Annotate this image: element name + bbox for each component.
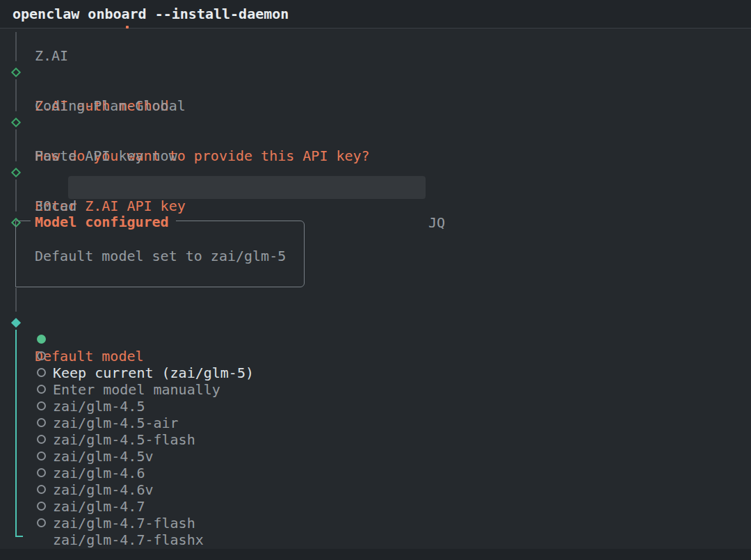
radio-icon bbox=[37, 435, 46, 444]
api-key-prefix: 30cad bbox=[35, 198, 76, 214]
step-auth-method: Z.AI auth method bbox=[0, 64, 17, 81]
step-provide-key: How do you want to provide this API key? bbox=[0, 114, 17, 131]
radio-icon bbox=[37, 418, 46, 427]
step-done-diamond-icon bbox=[11, 118, 21, 127]
tree-rail bbox=[15, 179, 17, 211]
model-option[interactable]: zai/glm-5 bbox=[0, 515, 33, 531]
radio-icon bbox=[37, 401, 46, 410]
model-option-label: zai/glm-4.6v bbox=[53, 481, 154, 498]
model-option-label: zai/glm-4.7-flashx bbox=[53, 531, 204, 548]
model-option-label: Keep current (zai/glm-5) bbox=[53, 365, 254, 381]
model-option-label: zai/glm-4.7-flash bbox=[53, 515, 195, 531]
radio-icon bbox=[37, 502, 46, 511]
radio-icon bbox=[37, 351, 46, 360]
prompt-question: Default model bbox=[35, 348, 144, 365]
model-option[interactable]: zai/glm-4.5v bbox=[0, 415, 33, 431]
scrolled-text-artifact bbox=[126, 26, 129, 29]
model-option[interactable]: zai/glm-4.6v bbox=[0, 448, 33, 465]
radio-icon bbox=[37, 451, 46, 461]
note-title: Model configured bbox=[31, 213, 176, 231]
window-title: openclaw onboard --install-daemon bbox=[13, 0, 289, 28]
tree-rail bbox=[15, 32, 17, 61]
step-answer: Coding-Plan-Global bbox=[35, 97, 186, 114]
api-key-redaction-box bbox=[68, 176, 426, 199]
step-enter-key: Enter Z.AI API key bbox=[0, 164, 17, 181]
radio-icon bbox=[37, 335, 46, 344]
previous-answer-line: Z.AI bbox=[0, 31, 17, 47]
model-option-label: zai/glm-4.7 bbox=[53, 498, 145, 515]
note-body: Default model set to zai/glm-5 bbox=[35, 248, 286, 264]
radio-icon bbox=[37, 368, 46, 377]
step-answer: Paste API key now bbox=[35, 147, 177, 164]
model-option-label: zai/glm-4.6 bbox=[53, 465, 145, 481]
radio-icon bbox=[37, 485, 46, 494]
model-option-label: zai/glm-4.5 bbox=[53, 398, 145, 415]
step-provide-key-answer: Paste API key now bbox=[0, 131, 17, 147]
tree-rail bbox=[15, 288, 17, 312]
tree-rail bbox=[15, 129, 17, 161]
model-option-label: zai/glm-4.5v bbox=[53, 448, 154, 465]
radio-icon bbox=[37, 518, 46, 527]
active-step-diamond-icon bbox=[11, 318, 21, 328]
model-option[interactable]: zai/glm-4.5-flash bbox=[0, 398, 33, 415]
model-option-label: Enter model manually bbox=[53, 381, 220, 398]
model-option[interactable]: zai/glm-4.6 bbox=[0, 431, 33, 448]
terminal-bottom-bar bbox=[0, 549, 751, 560]
model-option[interactable]: Keep current (zai/glm-5) bbox=[0, 331, 33, 348]
model-option[interactable]: zai/glm-4.7-flash bbox=[0, 481, 33, 498]
model-option[interactable]: zai/glm-4.5-air bbox=[0, 381, 33, 398]
model-option[interactable]: zai/glm-4.7-flashx bbox=[0, 498, 33, 515]
model-option[interactable]: zai/glm-4.5 bbox=[0, 365, 33, 381]
model-option[interactable]: zai/glm-4.7 bbox=[0, 465, 33, 481]
radio-icon bbox=[37, 385, 46, 394]
model-option[interactable]: Enter model manually bbox=[0, 348, 33, 365]
prompt-default-model: Default model bbox=[0, 314, 17, 331]
previous-answer-text: Z.AI bbox=[35, 47, 68, 64]
step-enter-key-answer: 30cad JQ bbox=[0, 181, 17, 198]
radio-icon bbox=[37, 468, 46, 477]
step-auth-method-answer: Coding-Plan-Global bbox=[0, 81, 17, 97]
api-key-suffix: JQ bbox=[428, 214, 445, 231]
step-done-diamond-icon bbox=[11, 67, 21, 77]
terminal-title-bar: openclaw onboard --install-daemon bbox=[0, 0, 751, 29]
tree-rail bbox=[15, 79, 17, 111]
model-option-label: zai/glm-4.5-flash bbox=[53, 431, 195, 448]
step-done-diamond-icon bbox=[11, 168, 21, 177]
model-option-label: zai/glm-4.5-air bbox=[53, 415, 179, 431]
